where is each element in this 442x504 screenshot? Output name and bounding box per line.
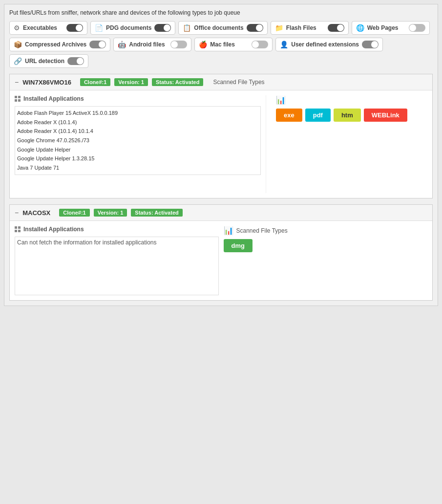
toggle-office-documents[interactable]: 📋 Office documents bbox=[178, 21, 267, 35]
file-tag-htm[interactable]: htm bbox=[334, 109, 361, 122]
collapse-macosx-button[interactable]: − bbox=[15, 209, 19, 217]
machine-macosx-header: − MACOSX Clone#:1 Version: 1 Status: Act… bbox=[10, 205, 432, 221]
cannot-fetch-msg: Can not fetch the information for instal… bbox=[15, 237, 219, 295]
machine-win7x86-header: − WIN7X86VMO16 Clone#:1 Version: 1 Statu… bbox=[10, 74, 432, 90]
installed-apps-win7: Installed Applications Adobe Flash Playe… bbox=[15, 95, 266, 193]
pdg-icon: 📄 bbox=[95, 24, 103, 32]
mac-toggle-switch[interactable] bbox=[252, 41, 268, 48]
url-detection-toggle-switch[interactable] bbox=[67, 57, 84, 65]
toggle-pdg-documents[interactable]: 📄 PDG documents bbox=[90, 21, 175, 35]
url-icon: 🔗 bbox=[14, 57, 22, 65]
flash-label: Flash Files bbox=[286, 24, 325, 31]
machine-win7x86-name: WIN7X86VMO16 bbox=[22, 79, 71, 86]
toggle-row-3: 🔗 URL detection bbox=[9, 54, 433, 68]
url-detection-label: URL detection bbox=[25, 58, 64, 65]
header-description: Put files/URLs from sniffer, network sha… bbox=[9, 9, 433, 16]
list-item: Google Update Helper bbox=[17, 145, 258, 154]
toggle-row-2: 📦 Compressed Archives 🤖 Android files 🍎 … bbox=[9, 38, 433, 51]
scanned-icon-win7: 📊 bbox=[276, 95, 286, 105]
compressed-toggle-switch[interactable] bbox=[89, 41, 106, 48]
pdg-label: PDG documents bbox=[106, 24, 151, 31]
installed-apps-title-win7: Installed Applications bbox=[15, 95, 261, 102]
list-item: Adobe Reader X (10.1.4) 10.1.4 bbox=[17, 127, 258, 136]
office-label: Office documents bbox=[194, 24, 243, 31]
scanned-file-types-win7: 📊 exe pdf htm WEBLink bbox=[271, 95, 427, 193]
scanned-header-win7: 📊 bbox=[276, 95, 427, 105]
scanned-file-types-macosx: 📊 Scanned File Types dmg bbox=[224, 226, 428, 295]
list-item: Adobe Reader X (10.1.4) bbox=[17, 118, 258, 127]
installed-apps-title-macosx: Installed Applications bbox=[15, 226, 219, 233]
machine-macosx: − MACOSX Clone#:1 Version: 1 Status: Act… bbox=[9, 204, 433, 301]
web-toggle-switch[interactable] bbox=[409, 24, 425, 32]
status-badge-macosx: Status: Activated bbox=[131, 209, 182, 217]
toggle-android-files[interactable]: 🤖 Android files bbox=[113, 38, 191, 51]
android-icon: 🤖 bbox=[118, 41, 126, 48]
file-tags-macosx: dmg bbox=[224, 239, 428, 252]
toggle-web-pages[interactable]: 🌐 Web Pages bbox=[352, 21, 430, 35]
grid-icon-macosx bbox=[15, 226, 21, 232]
scanned-file-types-label-win7: Scanned File Types bbox=[213, 79, 264, 86]
machine-win7x86: − WIN7X86VMO16 Clone#:1 Version: 1 Statu… bbox=[9, 74, 433, 198]
grid-icon-win7 bbox=[15, 96, 21, 102]
scanned-header-macosx: 📊 Scanned File Types bbox=[224, 226, 428, 235]
executables-toggle-switch[interactable] bbox=[66, 24, 83, 32]
machine-macosx-body: Installed Applications Can not fetch the… bbox=[10, 221, 432, 300]
compressed-label: Compressed Archives bbox=[25, 41, 86, 48]
flash-icon: 📁 bbox=[275, 24, 283, 32]
user-defined-label: User defined extensions bbox=[291, 41, 359, 48]
list-item: Google Chrome 47.0.2526./73 bbox=[17, 136, 258, 145]
toggle-url-detection[interactable]: 🔗 URL detection bbox=[9, 54, 88, 68]
machine-win7x86-body: Installed Applications Adobe Flash Playe… bbox=[10, 90, 432, 198]
collapse-win7x86-button[interactable]: − bbox=[15, 78, 19, 86]
office-toggle-switch[interactable] bbox=[247, 24, 263, 32]
installed-apps-label-win7: Installed Applications bbox=[23, 95, 84, 102]
scanned-label-macosx: Scanned File Types bbox=[236, 227, 288, 234]
status-badge-win7: Status: Activated bbox=[152, 78, 203, 86]
machine-macosx-name: MACOSX bbox=[22, 209, 50, 217]
toggle-compressed-archives[interactable]: 📦 Compressed Archives bbox=[9, 38, 110, 51]
version-badge-win7: Version: 1 bbox=[114, 78, 148, 86]
android-label: Android files bbox=[129, 41, 168, 48]
pdg-toggle-switch[interactable] bbox=[154, 24, 171, 32]
flash-toggle-switch[interactable] bbox=[328, 24, 344, 32]
compressed-icon: 📦 bbox=[14, 41, 22, 48]
toggle-executables[interactable]: ⚙ Executables bbox=[9, 21, 87, 35]
installed-apps-label-macosx: Installed Applications bbox=[23, 226, 84, 233]
clone-badge-macosx: Clone#:1 bbox=[59, 209, 89, 217]
scanned-icon-macosx: 📊 bbox=[224, 226, 233, 235]
file-tag-weblink[interactable]: WEBLink bbox=[364, 109, 407, 122]
list-item: Java 7 Update 71 bbox=[17, 163, 258, 173]
installed-apps-macosx: Installed Applications Can not fetch the… bbox=[15, 226, 219, 295]
executables-icon: ⚙ bbox=[14, 24, 20, 32]
app-list-win7[interactable]: Adobe Flash Player 15 ActiveX 15.0.0.189… bbox=[15, 106, 261, 175]
web-icon: 🌐 bbox=[356, 24, 364, 32]
android-toggle-switch[interactable] bbox=[170, 41, 187, 48]
executables-label: Executables bbox=[23, 24, 63, 31]
mac-label: Mac files bbox=[210, 41, 249, 48]
file-tag-pdf[interactable]: pdf bbox=[305, 109, 331, 122]
list-item: Google Update Helper 1.3.28.15 bbox=[17, 154, 258, 163]
toggle-row-1: ⚙ Executables 📄 PDG documents 📋 Office d… bbox=[9, 21, 433, 35]
toggle-mac-files[interactable]: 🍎 Mac files bbox=[194, 38, 273, 51]
user-defined-toggle-switch[interactable] bbox=[362, 41, 379, 48]
clone-badge-win7: Clone#:1 bbox=[80, 78, 110, 86]
file-tag-exe[interactable]: exe bbox=[276, 109, 302, 122]
web-label: Web Pages bbox=[367, 24, 406, 31]
mac-icon: 🍎 bbox=[199, 41, 207, 48]
toggle-flash-files[interactable]: 📁 Flash Files bbox=[271, 21, 349, 35]
office-icon: 📋 bbox=[183, 24, 191, 32]
file-tags-win7: exe pdf htm WEBLink bbox=[276, 109, 427, 122]
list-item: Adobe Flash Player 15 ActiveX 15.0.0.189 bbox=[17, 109, 258, 118]
toggle-user-defined[interactable]: 👤 User defined extensions bbox=[275, 38, 383, 51]
version-badge-macosx: Version: 1 bbox=[94, 209, 127, 217]
user-icon: 👤 bbox=[280, 41, 288, 48]
file-tag-dmg[interactable]: dmg bbox=[224, 239, 253, 252]
